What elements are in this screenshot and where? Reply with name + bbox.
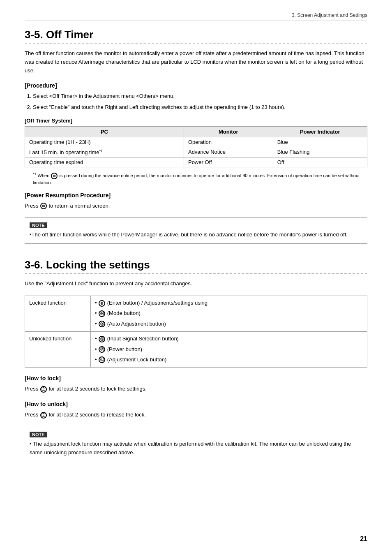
note-label-1: NOTE	[30, 222, 47, 228]
enter-button-icon: ⊕	[99, 300, 105, 307]
procedure-list: Select <Off Timer> in the Adjustment men…	[33, 92, 367, 112]
procedure-step-1: Select <Off Timer> in the Adjustment men…	[33, 92, 367, 101]
bullet-item: • Ⓐ (Auto Adjustment button)	[95, 319, 363, 328]
how-to-unlock-heading: [How to unlock]	[25, 401, 367, 407]
unlock-press-icon: Ⓛ	[40, 412, 47, 419]
bullet-item: • Ⓜ (Mode button)	[95, 308, 363, 318]
page: 3. Screen Adjustment and Settings 3-5. O…	[0, 0, 392, 555]
lock-press-icon: Ⓛ	[40, 386, 47, 393]
table-cell: Operating time (1H - 23H)	[25, 137, 184, 147]
procedure-heading: [Procedure]	[25, 82, 367, 89]
table-cell: Advance Notice	[184, 147, 273, 157]
section-locking: 3-6. Locking the settings Use the "Adjus…	[25, 259, 367, 461]
locked-function-label: Locked function	[25, 296, 91, 331]
section-title-locking: 3-6. Locking the settings	[25, 259, 367, 271]
unlocked-function-label: Unlocked function	[25, 332, 91, 368]
unlocked-function-row: Unlocked function • Ⓢ (Input Signal Sele…	[25, 332, 367, 368]
bullet-item: • Ⓢ (Input Signal Selection button)	[95, 334, 363, 343]
header-text: 3. Screen Adjustment and Settings	[292, 12, 367, 18]
how-to-lock-text: Press Ⓛ for at least 2 seconds to lock t…	[25, 385, 367, 393]
table-cell: Operation	[184, 137, 273, 147]
note-text-2: • The adjustment lock function may activ…	[30, 440, 362, 457]
how-to-lock-heading: [How to lock]	[25, 375, 367, 382]
locked-function-row: Locked function • ⊕ (Enter button) / Adj…	[25, 296, 367, 331]
footnote-text: When ⊕ is pressed during the advance not…	[33, 173, 360, 185]
locked-function-items: • ⊕ (Enter button) / Adjustments/setting…	[91, 296, 367, 331]
note-label-2: NOTE	[30, 432, 47, 437]
table-cell: Power Off	[184, 157, 273, 167]
table-cell: Off	[273, 157, 367, 167]
table-header-monitor: Monitor	[184, 126, 273, 137]
table-cell: Operating time expired	[25, 157, 184, 167]
note-box-2: NOTE • The adjustment lock function may …	[25, 427, 367, 462]
locking-intro: Use the "Adjustment Lock" function to pr…	[25, 280, 367, 288]
section-divider-2	[25, 273, 367, 274]
footnote: *1 When ⊕ is pressed during the advance …	[25, 171, 367, 186]
adj-lock-icon: Ⓛ	[99, 356, 105, 363]
table-cell: Blue	[273, 137, 367, 147]
bullet-item: • Ⓟ (Power button)	[95, 345, 363, 354]
bullet-item: • ⊕ (Enter button) / Adjustments/setting…	[95, 298, 363, 308]
unlocked-function-items: • Ⓢ (Input Signal Selection button) • Ⓟ …	[91, 332, 367, 368]
table-cell: Last 15 min. in operating time*1	[25, 147, 184, 157]
enter-icon: ⊕	[51, 173, 58, 179]
table-row: Operating time (1H - 23H) Operation Blue	[25, 137, 367, 147]
input-signal-icon: Ⓢ	[99, 336, 105, 342]
table-row: Operating time expired Power Off Off	[25, 157, 367, 167]
section-divider	[25, 43, 367, 44]
off-timer-intro: The off timer function causes the monito…	[25, 49, 367, 75]
power-button-icon: Ⓟ	[99, 346, 105, 353]
section-title-off-timer: 3-5. Off Timer	[25, 28, 367, 41]
table-row: Last 15 min. in operating time*1 Advance…	[25, 147, 367, 157]
bullet-item: • Ⓛ (Adjustment Lock button)	[95, 355, 363, 364]
how-to-unlock-text: Press Ⓛ for at least 2 seconds to releas…	[25, 411, 367, 419]
power-resumption-heading: [Power Resumption Procedure]	[25, 192, 367, 199]
procedure-step-2: Select "Enable" and touch the Right and …	[33, 103, 367, 112]
timer-system-heading: [Off Timer System]	[25, 118, 367, 124]
table-cell: Blue Flashing	[273, 147, 367, 157]
note-text-1: •The off timer function works while the …	[30, 231, 362, 239]
auto-adj-icon: Ⓐ	[99, 321, 105, 327]
section-off-timer: 3-5. Off Timer The off timer function ca…	[25, 28, 367, 244]
power-resumption-text: Press ⊕ to return a normal screen.	[25, 202, 367, 210]
page-header: 3. Screen Adjustment and Settings	[25, 12, 367, 21]
table-header-pc: PC	[25, 126, 184, 137]
page-number: 21	[360, 535, 367, 543]
press-icon: ⊕	[40, 203, 47, 209]
note-box-1: NOTE •The off timer function works while…	[25, 217, 367, 244]
off-timer-table: PC Monitor Power Indicator Operating tim…	[25, 126, 367, 167]
lock-table: Locked function • ⊕ (Enter button) / Adj…	[25, 296, 367, 368]
mode-button-icon: Ⓜ	[99, 310, 105, 317]
table-header-power: Power Indicator	[273, 126, 367, 137]
